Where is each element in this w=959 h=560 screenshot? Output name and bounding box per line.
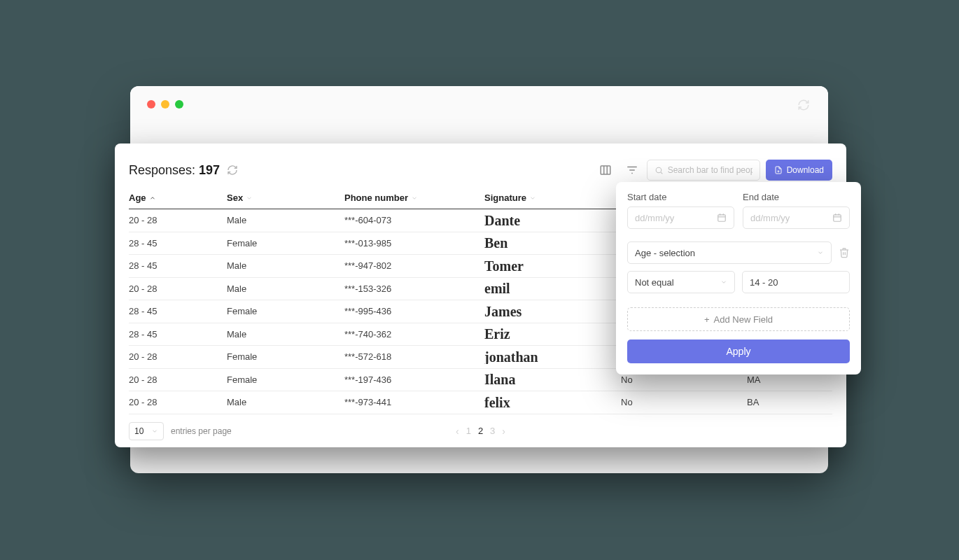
search-field[interactable] (668, 165, 752, 175)
filter-value-input[interactable]: 14 - 20 (742, 271, 850, 293)
cell-phone: ***-604-073 (344, 215, 484, 225)
cell-phone: ***-740-362 (344, 329, 484, 340)
cell-signature: Eriz (484, 327, 621, 341)
page-1[interactable]: 1 (466, 426, 471, 436)
start-date-label: Start date (627, 192, 734, 202)
cell-sex: Female (227, 351, 344, 362)
column-header-sex[interactable]: Sex (227, 192, 344, 203)
filter-popover: Start date dd/mm/yy End date dd/mm/yy Ag… (616, 182, 861, 374)
cell-phone: ***-973-441 (344, 397, 484, 407)
cell-age: 28 - 45 (129, 238, 227, 248)
cell-sex: Male (227, 260, 344, 271)
maximize-dot-icon[interactable] (175, 100, 183, 108)
calendar-icon (832, 213, 842, 223)
add-new-field-button[interactable]: + Add New Field (627, 307, 850, 331)
cell-age: 28 - 45 (129, 329, 227, 340)
cell-signature: James (484, 304, 621, 318)
cell-sex: Male (227, 397, 344, 407)
cell-age: 20 - 28 (129, 351, 227, 362)
svg-line-7 (661, 172, 662, 174)
refresh-icon[interactable] (227, 164, 238, 176)
column-header-signature[interactable]: Signature (484, 192, 621, 203)
columns-icon[interactable] (594, 158, 617, 182)
svg-point-6 (656, 167, 662, 173)
titlebar (130, 86, 828, 122)
prev-page-icon[interactable]: ‹ (456, 426, 459, 437)
cell-age: 20 - 28 (129, 215, 227, 225)
sort-asc-icon (149, 195, 156, 202)
delete-filter-icon[interactable] (839, 247, 850, 258)
panel-header: Responses: 197 Download (129, 158, 832, 183)
chevron-down-icon (720, 279, 727, 286)
cell-age: 28 - 45 (129, 306, 227, 316)
cell-phone: ***-995-436 (344, 306, 484, 316)
window-controls (147, 100, 183, 108)
per-page-select[interactable]: 10 (129, 422, 164, 440)
end-date-input[interactable]: dd/mm/yy (743, 206, 850, 229)
cell-kids: No (621, 397, 747, 407)
cell-signature: Ben (484, 236, 621, 250)
end-date-label: End date (743, 192, 850, 202)
close-dot-icon[interactable] (147, 100, 155, 108)
cell-signature: Dante (484, 214, 621, 227)
column-header-age[interactable]: Age (129, 192, 227, 203)
cell-kids: No (621, 374, 747, 385)
cell-sex: Male (227, 284, 344, 294)
svg-rect-13 (834, 215, 841, 221)
chevron-down-icon (529, 195, 536, 202)
titlebar-refresh-icon[interactable] (797, 99, 810, 111)
cell-age: 20 - 28 (129, 284, 227, 294)
chevron-down-icon (151, 428, 158, 435)
cell-signature: emil (484, 281, 621, 295)
svg-rect-0 (601, 166, 610, 174)
cell-sex: Male (227, 329, 344, 340)
cell-sex: Female (227, 238, 344, 248)
chevron-down-icon (246, 195, 253, 202)
download-button[interactable]: Download (766, 160, 832, 181)
filter-field-select[interactable]: Age - selection (627, 241, 832, 264)
download-icon (774, 166, 783, 174)
cell-phone: ***-197-436 (344, 374, 484, 385)
pagination: ‹ 1 2 3 › (456, 426, 505, 437)
next-page-icon[interactable]: › (502, 426, 505, 437)
page-2[interactable]: 2 (478, 426, 483, 436)
table-footer: 10 entries per page ‹ 1 2 3 › (129, 414, 832, 448)
filter-operator-select[interactable]: Not equal (627, 271, 735, 293)
cell-degree: MA (747, 374, 832, 385)
cell-signature: Ilana (484, 372, 621, 386)
cell-phone: ***-153-326 (344, 284, 484, 294)
cell-degree: BA (747, 397, 832, 407)
cell-signature: jonathan (484, 350, 621, 364)
responses-title: Responses: 197 (129, 163, 220, 178)
table-row[interactable]: 20 - 28Male***-973-441felixNoBA (129, 391, 832, 414)
cell-age: 28 - 45 (129, 260, 227, 271)
apply-button[interactable]: Apply (627, 340, 850, 363)
per-page-label: entries per page (171, 426, 232, 436)
cell-sex: Male (227, 215, 344, 225)
filter-icon[interactable] (620, 158, 644, 182)
svg-rect-9 (718, 215, 726, 221)
calendar-icon (717, 213, 727, 223)
cell-phone: ***-013-985 (344, 238, 484, 248)
minimize-dot-icon[interactable] (161, 100, 169, 108)
cell-signature: Tomer (484, 259, 621, 273)
cell-sex: Female (227, 374, 344, 385)
cell-phone: ***-947-802 (344, 260, 484, 271)
cell-age: 20 - 28 (129, 374, 227, 385)
start-date-input[interactable]: dd/mm/yy (627, 206, 734, 229)
chevron-down-icon (817, 249, 824, 256)
page-3[interactable]: 3 (490, 426, 495, 436)
cell-age: 20 - 28 (129, 397, 227, 407)
cell-signature: felix (484, 396, 621, 410)
plus-icon: + (704, 314, 710, 325)
column-header-phone[interactable]: Phone number (344, 192, 484, 203)
search-input[interactable] (647, 160, 760, 181)
cell-sex: Female (227, 306, 344, 316)
chevron-down-icon (411, 195, 418, 202)
cell-phone: ***-572-618 (344, 351, 484, 362)
